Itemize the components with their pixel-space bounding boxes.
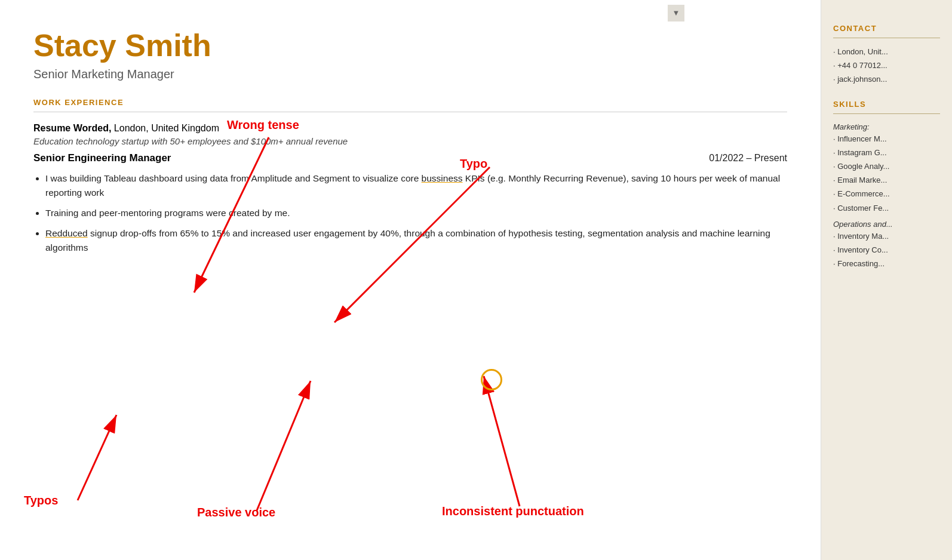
circle-target: . bbox=[287, 208, 290, 218]
contact-divider bbox=[833, 38, 940, 38]
skill-inventory-mgmt: Inventory Ma... bbox=[833, 231, 940, 242]
skill-google: Google Analy... bbox=[833, 161, 940, 172]
contact-location: London, Unit... bbox=[833, 47, 940, 57]
skills-category-operations: Operations and... bbox=[833, 220, 940, 229]
skills-divider bbox=[833, 113, 940, 114]
annotations-container: Wrong tense Typo Typos Passive voice Inc… bbox=[0, 0, 821, 560]
contact-phone: +44 0 77012... bbox=[833, 60, 940, 71]
contact-section-header: CONTACT bbox=[833, 24, 940, 33]
bullet-item-1: I was building Tableau dashboard using d… bbox=[45, 171, 787, 200]
job-title: Senior Engineering Manager bbox=[33, 152, 171, 164]
skill-ecommerce: E-Commerce... bbox=[833, 189, 940, 199]
inconsistent-punctuation-label: Inconsistent punctuation bbox=[442, 504, 584, 518]
passive-voice-label: Passive voice bbox=[197, 506, 275, 519]
dropdown-chevron[interactable]: ▼ bbox=[668, 5, 684, 21]
candidate-name: Stacy Smith bbox=[33, 29, 787, 63]
job-title-row: Senior Engineering Manager 01/2022 – Pre… bbox=[33, 152, 787, 164]
resume-sidebar: CONTACT London, Unit... +44 0 77012... j… bbox=[821, 0, 952, 560]
resume-main: ▼ Stacy Smith Senior Marketing Manager W… bbox=[0, 0, 821, 560]
company-description: Education technology startup with 50+ em… bbox=[33, 136, 787, 146]
skill-email: Email Marke... bbox=[833, 175, 940, 186]
bullet-item-3: Redduced signup drop-offs from 65% to 15… bbox=[45, 226, 787, 255]
typo-redduced: Redduced bbox=[45, 228, 88, 238]
bullet-list: I was building Tableau dashboard using d… bbox=[45, 171, 787, 255]
job-dates: 01/2022 – Present bbox=[709, 153, 787, 164]
skill-influencer: Influencer M... bbox=[833, 134, 940, 144]
candidate-title: Senior Marketing Manager bbox=[33, 67, 787, 81]
svg-line-3 bbox=[78, 415, 116, 500]
company-name: Resume Worded, bbox=[33, 123, 111, 133]
company-location: London, United Kingdom bbox=[111, 123, 219, 133]
typo-bussiness: bussiness bbox=[422, 173, 463, 183]
skill-customer: Customer Fe... bbox=[833, 203, 940, 214]
contact-email: jack.johnson... bbox=[833, 74, 940, 85]
skill-instagram: Instagram G... bbox=[833, 147, 940, 158]
skills-category-marketing: Marketing: bbox=[833, 122, 940, 131]
bullet-item-2: Training and peer-mentoring programs wer… bbox=[45, 206, 787, 220]
skill-inventory-ctrl: Inventory Co... bbox=[833, 245, 940, 256]
svg-line-5 bbox=[484, 376, 520, 506]
circle-highlight-period bbox=[481, 369, 502, 390]
skills-section-header: SKILLS bbox=[833, 100, 940, 109]
bullet-1-part1: shboard using data from Amplitude and Se… bbox=[149, 173, 422, 183]
work-experience-header: WORK EXPERIENCE bbox=[33, 98, 787, 107]
arrows-svg bbox=[0, 0, 821, 560]
svg-line-4 bbox=[257, 381, 311, 510]
section-divider bbox=[33, 112, 787, 112]
skill-forecasting: Forecasting... bbox=[833, 259, 940, 269]
typos-label: Typos bbox=[24, 494, 58, 507]
company-line: Resume Worded, London, United Kingdom bbox=[33, 123, 787, 134]
